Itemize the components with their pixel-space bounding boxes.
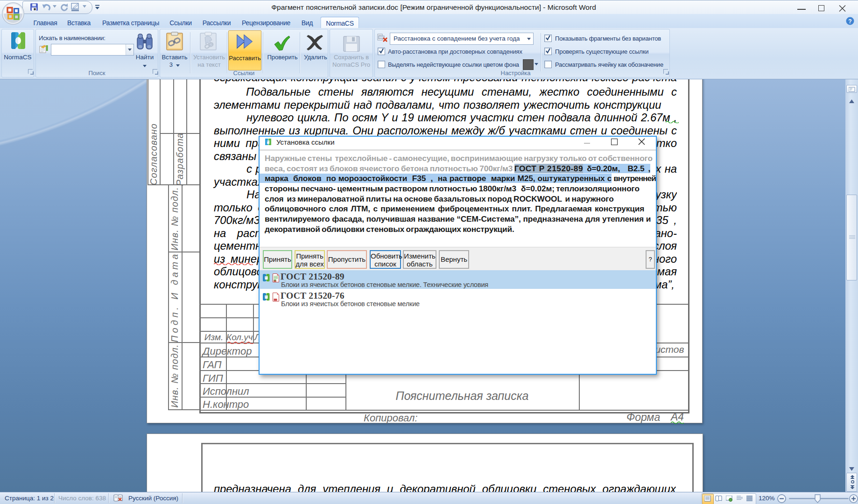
svg-text:?: ?: [848, 18, 851, 25]
